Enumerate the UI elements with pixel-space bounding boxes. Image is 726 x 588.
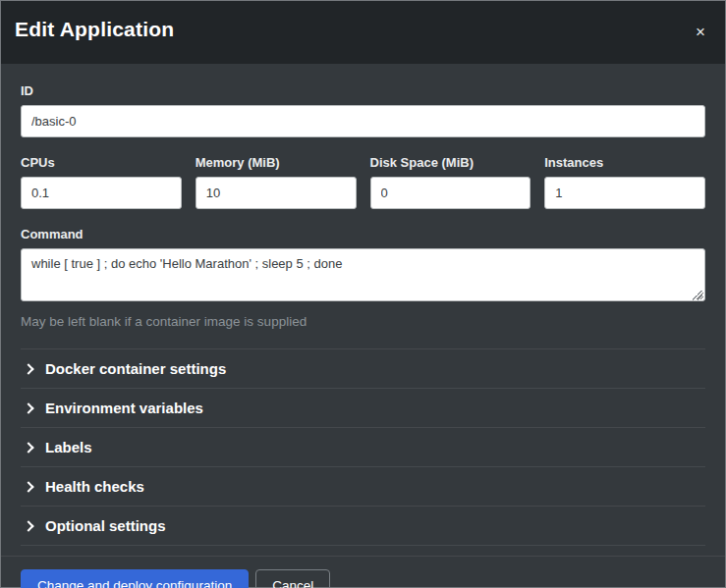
- section-label: Health checks: [45, 478, 144, 495]
- deploy-button[interactable]: Change and deploy configuration: [21, 569, 249, 588]
- command-field-label: Command: [21, 227, 705, 241]
- instances-input[interactable]: [544, 177, 705, 209]
- disk-field-group: Disk Space (MiB): [370, 155, 531, 209]
- disk-input[interactable]: [370, 177, 531, 209]
- section-label: Environment variables: [45, 400, 203, 416]
- modal-body: ID CPUs Memory (MiB) Disk Space (MiB) In…: [1, 64, 725, 546]
- section-labels[interactable]: Labels: [21, 427, 705, 466]
- cpus-field-group: CPUs: [21, 155, 182, 209]
- chevron-right-icon: [23, 481, 33, 492]
- cancel-button[interactable]: Cancel: [255, 569, 330, 588]
- id-field-label: ID: [21, 83, 705, 98]
- command-textarea[interactable]: while [ true ] ; do echo 'Hello Marathon…: [21, 248, 705, 301]
- id-field-group: ID: [21, 83, 705, 137]
- disk-field-label: Disk Space (MiB): [370, 155, 531, 170]
- section-environment-variables[interactable]: Environment variables: [21, 388, 705, 427]
- command-field-group: Command while [ true ] ; do echo 'Hello …: [21, 227, 705, 329]
- cpus-field-label: CPUs: [21, 155, 182, 170]
- chevron-right-icon: [23, 402, 33, 413]
- instances-field-label: Instances: [544, 155, 705, 170]
- edit-application-modal: Edit Application × ID CPUs Memory (MiB) …: [0, 0, 726, 588]
- section-label: Optional settings: [45, 517, 166, 534]
- resources-row: CPUs Memory (MiB) Disk Space (MiB) Insta…: [21, 155, 705, 209]
- chevron-right-icon: [23, 363, 33, 374]
- modal-header: Edit Application ×: [1, 1, 725, 64]
- modal-footer: Change and deploy configuration Cancel: [1, 556, 725, 588]
- memory-field-group: Memory (MiB): [195, 155, 357, 209]
- chevron-right-icon: [23, 442, 33, 453]
- command-textarea-wrap: while [ true ] ; do echo 'Hello Marathon…: [21, 248, 705, 305]
- memory-field-label: Memory (MiB): [195, 155, 357, 170]
- section-docker-container-settings[interactable]: Docker container settings: [21, 348, 705, 388]
- close-icon: ×: [696, 23, 705, 41]
- id-input[interactable]: [21, 105, 705, 137]
- modal-title: Edit Application: [15, 18, 174, 41]
- memory-input[interactable]: [195, 177, 357, 209]
- section-label: Docker container settings: [45, 360, 226, 377]
- section-label: Labels: [45, 439, 92, 455]
- command-help-text: May be left blank if a container image i…: [21, 314, 705, 329]
- close-button[interactable]: ×: [694, 20, 707, 44]
- instances-field-group: Instances: [544, 155, 705, 209]
- chevron-right-icon: [23, 520, 33, 531]
- collapsible-sections: Docker container settings Environment va…: [21, 348, 705, 546]
- section-health-checks[interactable]: Health checks: [21, 466, 705, 506]
- cpus-input[interactable]: [21, 177, 182, 209]
- section-optional-settings[interactable]: Optional settings: [21, 506, 705, 546]
